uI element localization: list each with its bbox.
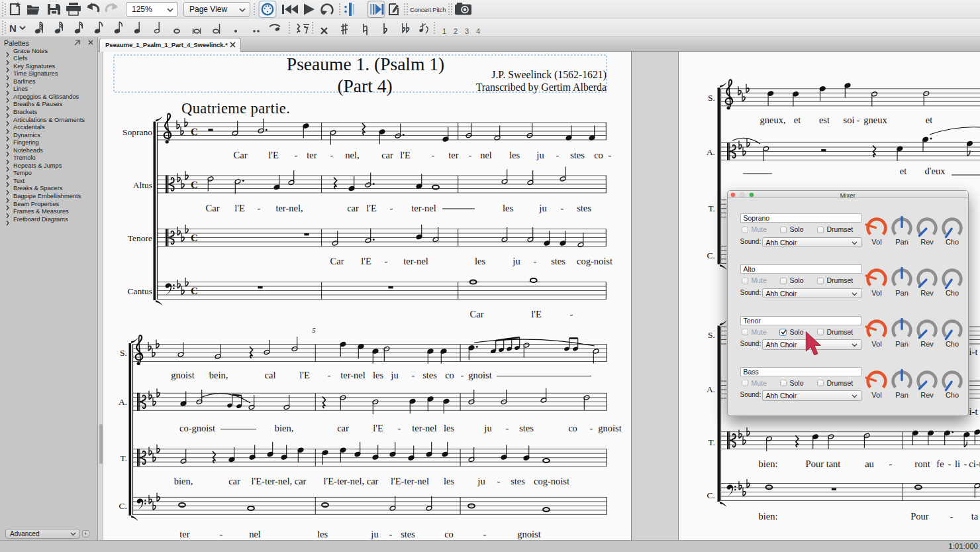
svg-text:C: C — [191, 286, 198, 296]
svg-text:(Part 4): (Part 4) — [337, 76, 392, 96]
svg-text:-: - — [950, 511, 954, 522]
svg-text:et: et — [794, 115, 801, 125]
svg-text:Cantus: Cantus — [127, 286, 152, 296]
svg-text:stes: stes — [551, 256, 565, 266]
svg-text:gnoist: gnoist — [468, 370, 491, 380]
svg-text:car: car — [381, 150, 393, 160]
svg-text:C: C — [191, 233, 198, 243]
svg-text:Cho: Cho — [945, 289, 958, 297]
svg-text:gneux,: gneux, — [760, 115, 785, 125]
svg-text:-: - — [258, 203, 261, 213]
svg-text:l'E: l'E — [361, 256, 371, 266]
svg-text:2: 2 — [454, 27, 458, 35]
svg-text:Cho: Cho — [945, 391, 958, 399]
svg-text:car: car — [337, 423, 349, 433]
svg-text:-: - — [556, 150, 560, 160]
svg-text:ter-nel,: ter-nel, — [275, 203, 303, 213]
svg-text:ter: ter — [179, 529, 189, 539]
svg-text:nel: nel — [480, 150, 492, 160]
svg-text:gnoist: gnoist — [517, 529, 540, 539]
svg-text:au: au — [865, 459, 874, 469]
svg-text:Pan: Pan — [895, 238, 908, 246]
svg-text:co: co — [445, 370, 454, 380]
svg-text:ter-nel: ter-nel — [412, 423, 437, 433]
svg-text:ront: ront — [914, 459, 930, 469]
svg-text:ju: ju — [477, 476, 485, 486]
svg-text:-: - — [609, 150, 612, 160]
svg-text:l'E: l'E — [531, 309, 542, 319]
svg-text:gneux: gneux — [863, 115, 887, 125]
svg-text:bien:: bien: — [759, 511, 778, 522]
svg-text:-: - — [385, 256, 388, 266]
svg-text:Car: Car — [234, 150, 248, 160]
svg-text:Vol: Vol — [871, 289, 881, 297]
svg-text:-: - — [570, 309, 573, 319]
svg-text:et: et — [900, 166, 906, 176]
svg-text:stes: stes — [570, 150, 585, 160]
svg-text:-: - — [561, 203, 564, 213]
svg-text:bien,: bien, — [275, 423, 294, 433]
svg-text:l'E: l'E — [400, 150, 411, 160]
svg-text:l'E-ter-nel, car: l'E-ter-nel, car — [324, 476, 379, 486]
svg-text:les: les — [509, 150, 520, 160]
svg-text:ju: ju — [512, 256, 520, 266]
svg-text:Pour: Pour — [910, 511, 929, 522]
svg-text:N: N — [9, 23, 17, 34]
svg-text:-: - — [390, 203, 393, 213]
svg-text:A.: A. — [707, 147, 715, 157]
svg-text:les: les — [444, 423, 454, 433]
svg-text:l'E: l'E — [373, 423, 383, 433]
svg-text:i-t: i-t — [969, 347, 978, 357]
svg-text:-: - — [432, 150, 435, 160]
svg-text:C: C — [191, 180, 198, 190]
svg-text:Car: Car — [470, 309, 484, 319]
svg-text:nel: nel — [249, 529, 261, 539]
svg-text:car: car — [228, 476, 240, 486]
svg-text:bien:: bien: — [759, 459, 778, 469]
svg-text:gnoist: gnoist — [598, 423, 621, 433]
svg-text:car: car — [347, 203, 359, 213]
svg-text:A.: A. — [119, 397, 127, 407]
svg-text:bien,: bien, — [174, 476, 193, 486]
svg-text:Tenore: Tenore — [128, 233, 152, 243]
svg-text:ta: ta — [971, 511, 979, 522]
svg-text:co-gnoist: co-gnoist — [179, 423, 215, 433]
svg-text:et: et — [926, 115, 932, 125]
svg-text:gnoist: gnoist — [171, 370, 194, 380]
svg-text:les: les — [503, 203, 513, 213]
svg-text:i-t: i-t — [969, 406, 978, 417]
svg-text:Rev: Rev — [920, 238, 934, 246]
svg-text:nel,: nel, — [345, 150, 359, 160]
svg-text:Soprano: Soprano — [122, 127, 152, 137]
svg-text:les: les — [444, 476, 454, 486]
svg-text:A.: A. — [707, 384, 715, 394]
svg-text:-: - — [590, 423, 593, 433]
svg-text:Rev: Rev — [920, 340, 934, 348]
svg-text:Pour tant: Pour tant — [806, 459, 841, 469]
svg-text:ju: ju — [538, 203, 546, 213]
svg-text:stes: stes — [401, 529, 415, 539]
svg-text:Rev: Rev — [920, 391, 934, 399]
svg-text:cog-noist: cog-noist — [534, 476, 569, 486]
svg-text:T.: T. — [708, 203, 715, 213]
svg-text:Altus: Altus — [133, 180, 152, 190]
svg-text:C.: C. — [707, 490, 715, 500]
svg-text:-: - — [461, 370, 464, 380]
svg-text:4: 4 — [476, 27, 480, 35]
svg-text:l'E-ter-nel, car: l'E-ter-nel, car — [252, 476, 307, 486]
svg-text:Pseaume 1. (Psalm 1): Pseaume 1. (Psalm 1) — [287, 54, 444, 74]
svg-text:J.P. Sweelinck (1562-1621): J.P. Sweelinck (1562-1621) — [491, 69, 607, 81]
svg-text:co: co — [594, 150, 603, 160]
svg-text:fe: fe — [936, 459, 944, 469]
svg-text:C: C — [191, 127, 198, 137]
svg-text:-: - — [330, 150, 334, 160]
svg-text:ju: ju — [390, 370, 398, 380]
svg-text:S.: S. — [708, 93, 715, 103]
svg-text:Vol: Vol — [871, 340, 881, 348]
svg-text:cog-noist: cog-noist — [577, 256, 612, 266]
svg-text:-: - — [534, 256, 537, 266]
svg-text:-: - — [506, 423, 509, 433]
svg-text:d'eux: d'eux — [925, 166, 946, 176]
svg-text:-: - — [964, 459, 967, 469]
svg-text:Rev: Rev — [920, 289, 934, 297]
